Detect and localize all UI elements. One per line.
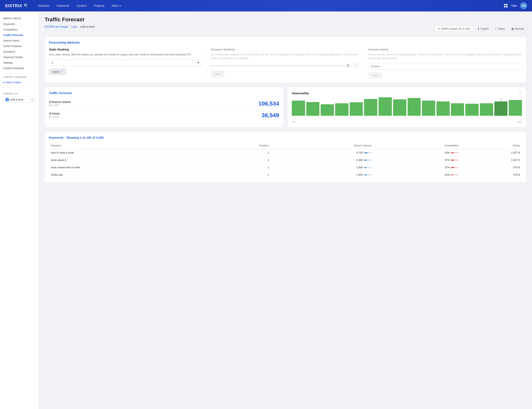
bar-6[interactable] [379,97,392,116]
share-button[interactable]: ⤴ Share [493,26,507,31]
sv-bar [364,159,367,161]
more-chevron-icon: ▼ [119,5,121,7]
sidebar-item-keywords[interactable]: Keywords [0,21,39,27]
comp-bar-bg [451,159,458,161]
cell-position: 1 [206,149,271,157]
traffic-forecast-title: Traffic Forecast [49,91,279,95]
dynamic-apply-button[interactable]: Apply [211,71,224,77]
dynamic-ranking-col: Dynamic Ranking Set a percentage between… [207,48,364,79]
bar-0[interactable] [292,101,305,116]
search-volume-sub: per month [49,104,71,106]
bar-13[interactable] [480,103,493,116]
forecasting-methods-card: Forecasting Methods Static Ranking Set a… [45,37,526,83]
cell-keyword: book review how to write [49,164,206,171]
sidebar-item-traffic-forecast[interactable]: Traffic Forecast [0,32,39,38]
bar-4[interactable] [350,102,363,116]
cell-competition: 37% [374,157,461,164]
domain-apply-button[interactable]: Apply [368,72,382,79]
bar-14[interactable]: ▼ [494,102,508,116]
sidebar-item-competitors[interactable]: Competitors [0,27,39,32]
static-title: Static Ranking [49,48,202,51]
grid-apps-icon[interactable] [504,4,508,8]
sidebar-item-questions[interactable]: Questions [0,49,39,54]
cell-position: 1 [206,157,271,164]
comp-bar [451,167,454,168]
bar-2[interactable] [321,104,334,116]
cell-clicks: 679.8 [461,171,522,178]
table-row[interactable]: how to write a book1 5,750 43% 1,877.9 [49,149,522,157]
bar-9[interactable] [422,101,435,116]
main-content: Traffic Forecast SISTRIX for Google › Li… [39,11,532,409]
bar-1[interactable] [306,102,320,116]
cell-keyword: books tips [49,171,206,178]
avatar[interactable]: TW [520,2,527,9]
th-search-volume: Search Volume [271,142,373,149]
export-button[interactable]: ⬇ Export [475,26,491,31]
nav-keywords[interactable]: Keywords [56,3,70,8]
domain-title: Domain based [368,48,522,51]
bar-7[interactable] [393,99,406,116]
bar-3[interactable] [335,103,349,116]
bar-8[interactable] [408,98,421,116]
search-volume-label-group: ∅ Search volume per month [49,100,71,106]
th-keyword: Keyword [49,142,206,149]
bar-5[interactable] [364,99,377,116]
chart-label-dec: Dec [518,121,522,123]
cell-keyword: how to write a book [49,149,206,157]
user-name: Talia [511,4,517,7]
table-row[interactable]: books tips1 1,900 23% 679.8 [49,171,522,178]
sidebar-item-serp-features[interactable]: SERP Features [0,43,39,49]
cell-competition: 43% [374,149,461,157]
th-clicks: Clicks [461,142,522,149]
cell-position: 1 [206,171,271,178]
sidebar-item-content-assistant[interactable]: Content Assistant [0,65,39,71]
slider-value-input[interactable] [352,63,360,68]
question-mark-icon[interactable]: ? [518,91,522,95]
slider-track[interactable] [211,65,350,66]
sidebar-open-project[interactable]: Open Project [0,80,39,85]
cell-search-volume: 2,900 [271,157,373,164]
bar-chart: ▼ [292,97,522,120]
sidebar-section-write-book: WRITE A BOOK [0,17,39,21]
nav-content[interactable]: Content [76,3,88,8]
table-row[interactable]: book about it1 2,900 37% 1,037.6 [49,157,522,164]
slider-thumb[interactable] [346,64,350,67]
cell-competition: 37% [374,164,461,171]
forecasting-methods-title: Forecasting Methods [49,41,522,44]
manual-button[interactable]: ▦ Manual [509,26,526,31]
sv-bar [364,152,368,153]
static-apply-button[interactable]: Apply ✓ [49,68,66,75]
bar-11[interactable] [451,103,464,116]
top-actions: ↻ SERPs Update 24.11.2022 ⬇ Export ⤴ Sha… [435,26,526,31]
table-row[interactable]: book review how to write1 1,900 37% 679.… [49,164,522,171]
sidebar-item-settings[interactable]: Settings [0,60,39,65]
sidebar-item-keyword-cluster[interactable]: Keyword Cluster [0,54,39,60]
static-select[interactable]: 1 ▼ [49,59,202,66]
sidebar: WRITE A BOOK Keywords Competitors Traffi… [0,11,39,409]
domain-input[interactable] [368,63,522,70]
clicks-sub: per month [49,116,60,118]
list-dropdown[interactable]: G write a book ▼ [3,96,35,103]
bar-10[interactable] [437,102,450,116]
nav-projects[interactable]: Projects [93,3,106,8]
bar-12[interactable] [465,104,479,116]
nav-more[interactable]: More ▼ [111,3,122,8]
logo[interactable]: SISTRIX 🔍 [5,3,29,8]
keywords-table: Keyword Position Search Volume Competiti… [49,142,522,178]
serps-update-text: SERPs Update 24.11.2022 [441,28,471,30]
chevron-down-icon: ▼ [197,61,200,64]
breadcrumb-lists[interactable]: Lists [71,25,77,28]
sidebar-content-assistant-label: CONTENT ASSISTANT [0,76,39,80]
static-select-value: 1 [52,61,53,64]
bar-15[interactable] [509,100,522,116]
seasonality-title: Seasonality [292,91,309,95]
change-list-label: CHANGE LIST [3,93,35,95]
logo-text: SISTRIX [5,3,22,8]
nav-domains[interactable]: Domains [37,3,50,8]
sidebar-item-search-intent[interactable]: Search Intent [0,38,39,43]
search-volume-value: 106,534 [258,100,279,107]
serps-update-btn[interactable]: ↻ SERPs Update 24.11.2022 [435,26,473,31]
th-position: Position [206,142,271,149]
breadcrumb-sistrix[interactable]: SISTRIX for Google [45,25,68,28]
logo-search-icon: 🔍 [24,3,29,8]
